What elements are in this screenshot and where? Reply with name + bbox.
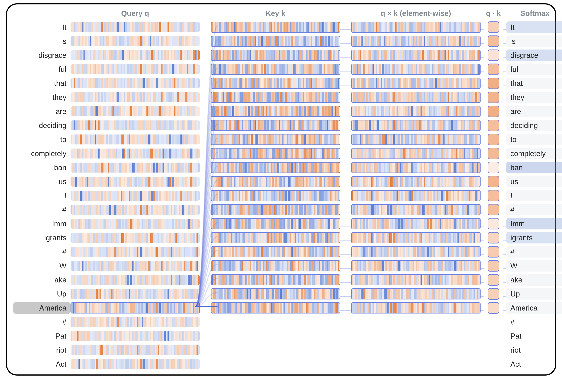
query-stripes: [70, 247, 200, 257]
dot-score: [484, 92, 503, 103]
key-stripes: [211, 190, 340, 201]
product-stripes: [351, 260, 480, 271]
token-left: ake: [13, 274, 70, 285]
query-stripes: [70, 36, 200, 46]
token-row: AmericaAmerica: [13, 301, 549, 315]
product-stripes: [351, 218, 480, 229]
token-right: ban: [506, 162, 562, 173]
token-right: America: [506, 302, 562, 314]
product-stripes: [351, 232, 480, 243]
product-stripes: [351, 302, 480, 313]
token-right: ful: [506, 64, 562, 75]
key-stripes: [211, 162, 340, 173]
product-stripes: [351, 246, 480, 257]
product-stripes: [351, 288, 480, 299]
key-stripes: [211, 176, 340, 187]
key-stripes: [211, 106, 340, 117]
query-stripes: [70, 317, 200, 327]
dot-score: [484, 204, 503, 215]
token-left: ban: [13, 162, 70, 173]
token-left: igrants: [13, 232, 70, 243]
product-stripes: [351, 204, 480, 215]
key-stripes: [211, 260, 340, 271]
key-stripes: [211, 288, 340, 299]
key-stripes: [211, 148, 340, 159]
query-stripes: [70, 219, 200, 229]
product-stripes: [351, 78, 480, 89]
dot-score: [484, 190, 503, 201]
token-left: Act: [13, 358, 70, 370]
token-row: toto: [13, 132, 549, 146]
query-stripes: [70, 345, 200, 355]
header-key: Key k: [211, 9, 340, 18]
token-left: #: [13, 204, 70, 215]
token-right: ake: [506, 274, 562, 285]
token-right: deciding: [506, 120, 562, 131]
query-stripes: [70, 50, 200, 60]
dot-score: [484, 148, 503, 159]
token-right: Act: [506, 358, 562, 370]
key-stripes: [211, 134, 340, 145]
query-stripes: [70, 134, 200, 144]
token-left: W: [13, 260, 70, 272]
key-stripes: [211, 36, 340, 47]
product-stripes: [351, 64, 480, 75]
query-stripes: [70, 120, 200, 131]
token-row: theythey: [13, 90, 549, 104]
key-stripes: [211, 50, 340, 61]
dot-score: [484, 78, 503, 89]
token-row: thatthat: [13, 76, 549, 90]
query-stripes: [70, 177, 200, 187]
product-stripes: [351, 50, 480, 61]
token-row: ItIt: [13, 20, 549, 34]
product-stripes: [351, 120, 480, 131]
product-stripes: [351, 22, 480, 33]
token-row: riotriot: [13, 343, 549, 357]
key-stripes: [211, 78, 340, 89]
token-right: riot: [506, 344, 562, 356]
dot-score: [484, 162, 503, 173]
dot-score: [484, 176, 503, 187]
dot-score: [484, 288, 503, 300]
token-left: Up: [13, 288, 70, 300]
token-right: are: [506, 106, 562, 117]
token-row: WW: [13, 259, 549, 273]
token-right: #: [506, 204, 562, 215]
query-stripes: [70, 191, 200, 201]
header-softmax: Softmax: [506, 9, 562, 18]
token-row: ImmImm: [13, 217, 549, 231]
token-row: igrantsigrants: [13, 231, 549, 245]
token-left: ful: [13, 64, 70, 75]
token-right: they: [506, 92, 562, 103]
query-stripes: [70, 233, 200, 243]
key-stripes: [211, 120, 340, 131]
token-row: ##: [13, 315, 549, 329]
dot-score: [484, 274, 503, 285]
token-left: America: [13, 302, 70, 314]
dot-score: [484, 232, 503, 243]
token-left: us: [13, 176, 70, 187]
product-stripes: [351, 274, 480, 285]
key-stripes: [211, 64, 340, 75]
token-right: W: [506, 260, 562, 272]
query-stripes: [70, 64, 200, 74]
query-stripes: [70, 22, 200, 32]
token-left: disgrace: [13, 49, 70, 61]
key-stripes: [211, 246, 340, 257]
token-right: completely: [506, 148, 562, 159]
token-left: 's: [13, 36, 70, 47]
token-row: 's's: [13, 34, 549, 48]
token-left: completely: [13, 148, 70, 159]
key-stripes: [211, 218, 340, 229]
dot-score: [484, 64, 503, 75]
query-stripes: [70, 107, 200, 116]
dot-score: [484, 120, 503, 131]
token-row: ##: [13, 203, 549, 217]
token-row: !!: [13, 189, 549, 203]
attention-diagram: Query q Key k q × k (element-wise) q · k…: [6, 3, 556, 376]
header-prod: q × k (element-wise): [351, 9, 480, 18]
token-row: fulful: [13, 62, 549, 76]
token-row: ##: [13, 245, 549, 259]
header-dot: q · k: [484, 9, 503, 18]
token-left: they: [13, 92, 70, 103]
